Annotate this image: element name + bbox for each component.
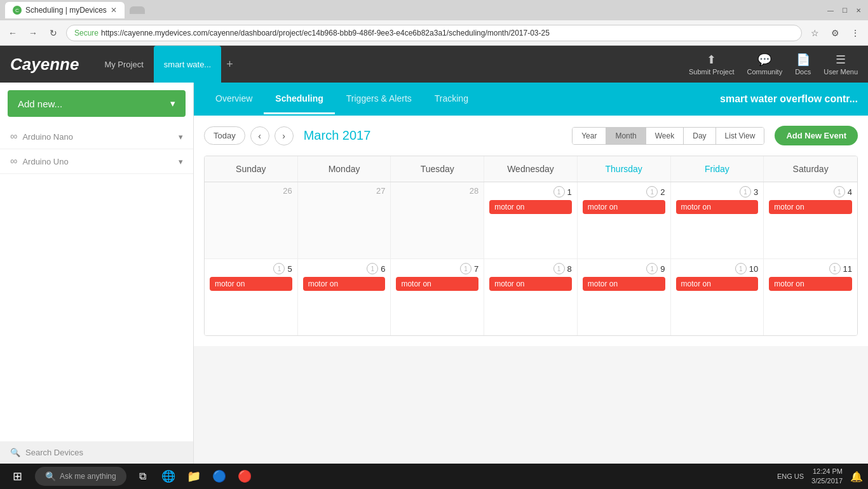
win-maximize[interactable]: ☐	[840, 6, 849, 15]
badge-mar-1: 1	[553, 186, 565, 198]
win-minimize[interactable]: —	[826, 6, 835, 15]
menu-btn[interactable]: ⋮	[848, 25, 863, 41]
event-mar-5[interactable]: motor on	[210, 277, 292, 291]
view-month-btn[interactable]: Month	[606, 128, 645, 144]
browser-tab-active[interactable]: C Scheduling | myDevices ✕	[5, 2, 125, 18]
date-mar-6: 1 6	[303, 263, 386, 274]
prev-btn[interactable]: ‹	[250, 126, 269, 145]
community-btn[interactable]: 💬 Community	[747, 53, 783, 76]
search-mic-icon: 🔍	[45, 471, 56, 481]
add-event-button[interactable]: Add New Event	[775, 126, 858, 145]
tab-smart-water[interactable]: smart wate...	[154, 46, 221, 83]
event-mar-8[interactable]: motor on	[489, 277, 572, 291]
event-mar-9[interactable]: motor on	[583, 277, 665, 291]
browser-tab-inactive[interactable]	[130, 6, 145, 14]
view-week-btn[interactable]: Week	[646, 128, 683, 144]
badge-mar-9: 1	[646, 263, 658, 274]
date-mar-4: 1 4	[769, 186, 852, 198]
badge-mar-5: 1	[273, 263, 285, 274]
win-close[interactable]: ✕	[854, 6, 863, 15]
taskbar-folder-icon[interactable]: 📁	[182, 465, 205, 488]
tab-tracking[interactable]: Tracking	[423, 84, 480, 114]
event-mar-6[interactable]: motor on	[303, 277, 386, 291]
next-btn[interactable]: ›	[275, 126, 294, 145]
event-mar-1[interactable]: motor on	[489, 200, 572, 214]
community-label: Community	[747, 68, 783, 76]
event-mar-3[interactable]: motor on	[676, 200, 759, 214]
cell-mar-7: 1 7 motor on	[391, 259, 484, 335]
docs-btn[interactable]: 📄 Docs	[795, 53, 811, 76]
date-mar-8: 1 8	[489, 263, 572, 274]
docs-icon: 📄	[796, 53, 810, 67]
start-button[interactable]: ⊞	[5, 464, 30, 489]
back-btn[interactable]: ←	[5, 25, 20, 41]
view-list-btn[interactable]: List View	[715, 128, 764, 144]
add-tab-btn[interactable]: +	[221, 55, 238, 74]
sidebar-item-arduino-nano[interactable]: ∞ Arduino Nano ▾	[0, 124, 193, 149]
content-header: Overview Scheduling Triggers & Alerts Tr…	[194, 83, 868, 116]
view-day-btn[interactable]: Day	[683, 128, 715, 144]
taskbar-app2-icon[interactable]: 🔴	[233, 465, 256, 488]
view-year-btn[interactable]: Year	[573, 128, 606, 144]
taskbar-app1-icon[interactable]: 🔵	[208, 465, 231, 488]
content-tabs: Overview Scheduling Triggers & Alerts Tr…	[204, 84, 480, 114]
badge-mar-10: 1	[735, 263, 747, 274]
date-mar-11: 1 11	[769, 263, 852, 274]
header-sunday: Sunday	[205, 156, 298, 182]
date-feb-28: 28	[396, 186, 478, 196]
tab-close-btn[interactable]: ✕	[111, 6, 117, 15]
extensions-btn[interactable]: ⚙	[827, 25, 843, 41]
submit-label: Submit Project	[689, 68, 735, 76]
calendar-rows: 26 27 28	[205, 182, 857, 335]
cell-feb-26: 26	[205, 182, 298, 258]
event-mar-11[interactable]: motor on	[769, 277, 852, 291]
task-view-btn[interactable]: ⧉	[132, 465, 154, 488]
refresh-btn[interactable]: ↻	[46, 25, 61, 41]
date-num: 2	[660, 187, 665, 197]
badge-mar-6: 1	[367, 263, 378, 274]
add-new-button[interactable]: Add new... ▾	[8, 90, 186, 117]
cell-feb-27: 27	[298, 182, 391, 258]
cell-mar-5: 1 5 motor on	[205, 259, 298, 335]
date-mar-10: 1 10	[676, 263, 759, 274]
event-mar-10[interactable]: motor on	[676, 277, 759, 291]
header-wednesday: Wednesday	[484, 156, 578, 182]
url-text: https://cayenne.mydevices.com/cayenne/da…	[101, 29, 550, 37]
sidebar-item-uno-label: ∞ Arduino Uno	[10, 156, 69, 167]
header-friday: Friday	[671, 156, 764, 182]
taskbar-time: 12:24 PM 3/25/2017	[811, 467, 843, 486]
docs-label: Docs	[795, 68, 811, 76]
forward-btn[interactable]: →	[25, 25, 41, 41]
today-button[interactable]: Today	[204, 126, 245, 145]
tab-triggers[interactable]: Triggers & Alerts	[335, 84, 423, 114]
tab-overview[interactable]: Overview	[204, 84, 264, 114]
event-mar-7[interactable]: motor on	[396, 277, 478, 291]
tab-scheduling[interactable]: Scheduling	[264, 84, 334, 114]
cortana-search[interactable]: 🔍 Ask me anything	[35, 467, 126, 486]
calendar-header-row: Sunday Monday Tuesday Wednesday Thursday…	[205, 156, 857, 182]
event-mar-2[interactable]: motor on	[583, 200, 665, 214]
cell-mar-11: 1 11 motor on	[764, 259, 857, 335]
bookmark-btn[interactable]: ☆	[807, 25, 822, 41]
content-area: Overview Scheduling Triggers & Alerts Tr…	[194, 83, 868, 464]
sidebar-search[interactable]: 🔍 Search Devices	[0, 441, 193, 464]
calendar-nav: Today ‹ › March 2017 Year Month Week Day…	[204, 126, 858, 145]
calendar-grid: Sunday Monday Tuesday Wednesday Thursday…	[204, 156, 858, 336]
address-bar[interactable]: Secure https://cayenne.mydevices.com/cay…	[66, 25, 802, 41]
top-nav-right: ⬆ Submit Project 💬 Community 📄 Docs ☰ Us…	[689, 53, 858, 76]
cell-mar-6: 1 6 motor on	[298, 259, 391, 335]
community-icon: 💬	[757, 53, 771, 67]
sidebar-item-arduino-uno[interactable]: ∞ Arduino Uno ▾	[0, 149, 193, 174]
notifications-icon[interactable]: 🔔	[850, 471, 863, 483]
user-menu-icon: ☰	[836, 53, 846, 67]
arduino-uno-label: Arduino Uno	[22, 157, 68, 166]
submit-project-btn[interactable]: ⬆ Submit Project	[689, 53, 735, 76]
badge-mar-4: 1	[834, 186, 845, 198]
week-row-2: 1 5 motor on 1 6 motor on	[205, 259, 857, 335]
sidebar-item-nano-label: ∞ Arduino Nano	[10, 131, 73, 142]
user-menu-btn[interactable]: ☰ User Menu	[824, 53, 858, 76]
tab-my-project-label: My Project	[104, 60, 143, 69]
tab-my-project[interactable]: My Project	[94, 46, 153, 83]
event-mar-4[interactable]: motor on	[769, 200, 852, 214]
taskbar-browser-icon[interactable]: 🌐	[157, 465, 180, 488]
